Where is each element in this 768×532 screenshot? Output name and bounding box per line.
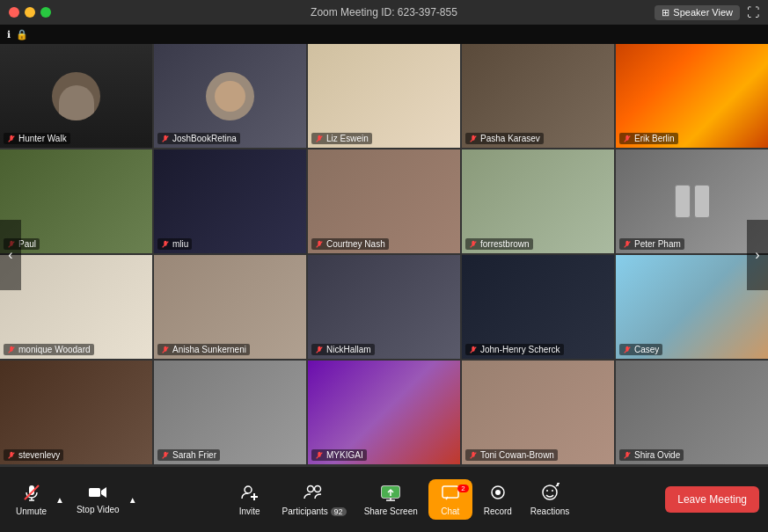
unmute-label: Unmute	[16, 506, 47, 516]
reactions-icon	[540, 483, 560, 505]
meeting-title: Zoom Meeting ID: 623-397-855	[311, 6, 457, 18]
svg-point-34	[315, 486, 321, 492]
svg-point-42	[495, 490, 501, 495]
participants-icon	[304, 483, 325, 505]
maximize-button[interactable]	[40, 7, 51, 18]
mic-off-icon	[22, 483, 41, 505]
speaker-view-icon: ⊞	[662, 7, 669, 18]
video-cell-nickhallam[interactable]: NickHallam	[308, 255, 460, 359]
video-cell-mliu[interactable]: mliu	[154, 149, 306, 253]
toolbar: Unmute ▲ Stop Video ▲	[0, 466, 768, 532]
toolbar-right: Leave Meeting	[665, 486, 759, 513]
participant-name: monique Woodard	[4, 344, 94, 355]
participants-button[interactable]: Participants 92	[275, 479, 354, 520]
stop-video-label: Stop Video	[77, 505, 120, 514]
video-cell-paul[interactable]: Paul	[0, 149, 152, 253]
participant-name: NickHallam	[311, 344, 375, 355]
video-cell-anisha-sunkerneni[interactable]: Anisha Sunkerneni	[154, 255, 306, 359]
stop-video-button[interactable]: Stop Video	[69, 481, 127, 518]
participant-name: Liz Eswein	[311, 133, 372, 144]
nav-prev-button[interactable]: ‹	[0, 220, 21, 290]
record-label: Record	[484, 506, 512, 516]
svg-point-30	[245, 486, 252, 493]
camera-off-icon	[88, 485, 107, 503]
record-icon	[488, 483, 508, 505]
info-icon: ℹ	[7, 29, 11, 40]
video-cell-peter-pham[interactable]: Peter Pham	[616, 149, 768, 253]
video-cell-hunter-walk[interactable]: Hunter Walk	[0, 44, 152, 148]
toolbar-left: Unmute ▲ Stop Video ▲	[9, 479, 139, 520]
svg-point-33	[308, 486, 314, 492]
share-screen-button[interactable]: Share Screen	[357, 479, 425, 520]
video-cell-shira-ovide[interactable]: Shira Ovide	[616, 361, 768, 464]
fullscreen-icon[interactable]: ⛶	[747, 5, 759, 19]
invite-label: Invite	[239, 506, 260, 516]
video-cell-casey[interactable]: Casey	[616, 255, 768, 359]
participant-name: Toni Cowan-Brown	[465, 449, 558, 461]
toolbar-center: Invite Participants 92	[139, 479, 666, 520]
unmute-button[interactable]: Unmute	[9, 479, 54, 520]
chat-badge: 2	[457, 485, 468, 492]
svg-rect-29	[89, 488, 100, 497]
nav-next-button[interactable]: ›	[747, 220, 768, 290]
participant-name: Peter Pham	[619, 238, 684, 250]
lock-icon: 🔒	[16, 29, 28, 40]
participant-name: Casey	[619, 344, 662, 355]
svg-point-45	[552, 490, 553, 492]
participant-name: mliu	[157, 238, 192, 250]
participant-name: Courtney Nash	[311, 238, 389, 250]
participant-name: Sarah Frier	[157, 449, 220, 461]
titlebar: Zoom Meeting ID: 623-397-855 ⊞ Speaker V…	[0, 0, 768, 25]
participants-label: Participants 92	[282, 506, 347, 516]
invite-icon	[240, 483, 260, 505]
reactions-label: Reactions	[530, 506, 569, 516]
svg-point-44	[546, 490, 548, 492]
video-chevron[interactable]: ▲	[127, 495, 139, 505]
video-cell-monique-woodard[interactable]: monique Woodard	[0, 255, 152, 359]
share-screen-icon	[380, 483, 401, 505]
leave-meeting-button[interactable]: Leave Meeting	[665, 486, 759, 513]
video-cell-erik-berlin[interactable]: Erik Berlin	[616, 44, 768, 148]
participants-wrap: Participants 92	[275, 479, 354, 520]
speaker-view-button[interactable]: ⊞ Speaker View	[655, 5, 740, 20]
info-bar: ℹ 🔒	[0, 25, 768, 44]
minimize-button[interactable]	[25, 7, 35, 18]
video-cell-pasha-karasev[interactable]: Pasha Karasev	[462, 44, 614, 148]
svg-rect-40	[443, 486, 458, 498]
video-cell-forrestbrown[interactable]: forrestbrown	[462, 149, 614, 253]
video-cell-joshbookretina[interactable]: JoshBookRetina	[154, 44, 306, 148]
video-cell-stevenlevy[interactable]: stevenlevy	[0, 361, 152, 464]
participant-name: Hunter Walk	[4, 133, 70, 144]
video-cell-toni-cowan-brown[interactable]: Toni Cowan-Brown	[462, 361, 614, 464]
window-controls	[9, 7, 51, 18]
participant-name: Pasha Karasev	[465, 133, 544, 144]
titlebar-right-controls: ⊞ Speaker View ⛶	[655, 5, 759, 20]
chat-wrap: Chat 2	[428, 479, 472, 520]
share-screen-label: Share Screen	[364, 506, 418, 516]
unmute-chevron[interactable]: ▲	[54, 495, 66, 505]
participant-name: stevenlevy	[4, 449, 63, 461]
chat-label: Chat	[441, 506, 459, 516]
participant-name: Anisha Sunkerneni	[157, 344, 250, 355]
record-button[interactable]: Record	[476, 479, 520, 520]
reactions-button[interactable]: Reactions	[523, 479, 576, 520]
participant-name: forrestbrown	[465, 238, 533, 250]
participant-name: MYKIGAI	[311, 449, 367, 461]
participant-name: John-Henry Scherck	[465, 344, 564, 355]
participant-name: JoshBookRetina	[157, 133, 240, 144]
video-cell-sarah-frier[interactable]: Sarah Frier	[154, 361, 306, 464]
participant-name: Erik Berlin	[619, 133, 678, 144]
video-cell-mykigai[interactable]: MYKIGAI	[308, 361, 460, 464]
unmute-group: Unmute ▲	[9, 479, 66, 520]
video-cell-liz-eswein[interactable]: Liz Eswein	[308, 44, 460, 148]
invite-button[interactable]: Invite	[228, 479, 272, 520]
video-cell-courtney-nash[interactable]: Courtney Nash	[308, 149, 460, 253]
participant-name: Shira Ovide	[619, 449, 684, 461]
video-grid: Hunter Walk JoshBookRetina	[0, 44, 768, 466]
video-container: ‹ 1/4 1/4 Hunter Walk	[0, 44, 768, 466]
video-cell-john-henry-scherck[interactable]: John-Henry Scherck	[462, 255, 614, 359]
stop-video-group: Stop Video ▲	[69, 481, 139, 518]
close-button[interactable]	[9, 7, 19, 18]
